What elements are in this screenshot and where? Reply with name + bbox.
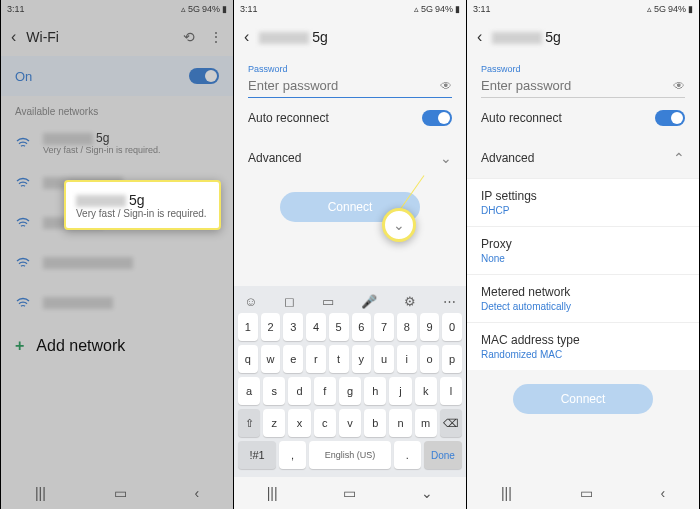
auto-reconnect-row[interactable]: Auto reconnect xyxy=(467,98,699,138)
key-e[interactable]: e xyxy=(283,345,303,373)
back-icon[interactable]: ‹ xyxy=(244,28,249,46)
visibility-toggle-icon[interactable]: 👁 xyxy=(440,79,452,93)
nav-bar: ||| ▭ ‹ xyxy=(1,477,233,509)
key-b[interactable]: b xyxy=(364,409,386,437)
battery-icon: ▮ xyxy=(222,4,227,14)
key-f[interactable]: f xyxy=(314,377,336,405)
metered-row[interactable]: Metered network Detect automatically xyxy=(467,274,699,322)
kb-row-4: ⇧ zxcvbnm⌫ xyxy=(238,409,462,437)
key-o[interactable]: o xyxy=(420,345,440,373)
nav-recent-icon[interactable]: ||| xyxy=(267,485,278,501)
key-v[interactable]: v xyxy=(339,409,361,437)
key-m[interactable]: m xyxy=(415,409,437,437)
key-p[interactable]: p xyxy=(442,345,462,373)
callout-highlight: 5g Very fast / Sign-in is required. xyxy=(64,180,221,230)
backspace-key[interactable]: ⌫ xyxy=(440,409,462,437)
period-key[interactable]: . xyxy=(394,441,421,469)
battery-pct: 94% xyxy=(202,4,220,14)
key-w[interactable]: w xyxy=(261,345,281,373)
key-l[interactable]: l xyxy=(440,377,462,405)
key-5[interactable]: 5 xyxy=(329,313,349,341)
wifi-icon xyxy=(15,215,31,231)
key-s[interactable]: s xyxy=(263,377,285,405)
gif-icon[interactable]: ▭ xyxy=(322,294,334,309)
nav-back-icon[interactable]: ‹ xyxy=(660,485,665,501)
key-x[interactable]: x xyxy=(288,409,310,437)
nav-home-icon[interactable]: ▭ xyxy=(580,485,593,501)
key-a[interactable]: a xyxy=(238,377,260,405)
nav-home-icon[interactable]: ▭ xyxy=(114,485,127,501)
auto-reconnect-row[interactable]: Auto reconnect xyxy=(234,98,466,138)
network-name-redacted xyxy=(43,297,113,309)
key-6[interactable]: 6 xyxy=(352,313,372,341)
password-label: Password xyxy=(481,64,685,74)
key-c[interactable]: c xyxy=(314,409,336,437)
network-row[interactable] xyxy=(1,243,233,283)
callout-sub: Very fast / Sign-in is required. xyxy=(76,208,209,219)
key-j[interactable]: j xyxy=(389,377,411,405)
back-icon[interactable]: ‹ xyxy=(477,28,482,46)
connect-button[interactable]: Connect xyxy=(513,384,653,414)
key-i[interactable]: i xyxy=(397,345,417,373)
ip-settings-row[interactable]: IP settings DHCP xyxy=(467,178,699,226)
key-r[interactable]: r xyxy=(306,345,326,373)
available-label: Available networks xyxy=(1,96,233,123)
key-3[interactable]: 3 xyxy=(283,313,303,341)
symbols-key[interactable]: !#1 xyxy=(238,441,276,469)
key-d[interactable]: d xyxy=(288,377,310,405)
header: ‹ 5g xyxy=(234,18,466,56)
password-input[interactable] xyxy=(481,78,673,93)
key-y[interactable]: y xyxy=(352,345,372,373)
network-row[interactable]: 5g Very fast / Sign-in is required. xyxy=(1,123,233,163)
key-8[interactable]: 8 xyxy=(397,313,417,341)
key-z[interactable]: z xyxy=(263,409,285,437)
auto-reconnect-toggle[interactable] xyxy=(655,110,685,126)
key-g[interactable]: g xyxy=(339,377,361,405)
visibility-toggle-icon[interactable]: 👁 xyxy=(673,79,685,93)
key-1[interactable]: 1 xyxy=(238,313,258,341)
key-h[interactable]: h xyxy=(364,377,386,405)
comma-key[interactable]: , xyxy=(279,441,306,469)
nav-home-icon[interactable]: ▭ xyxy=(343,485,356,501)
key-0[interactable]: 0 xyxy=(442,313,462,341)
network-row[interactable] xyxy=(1,283,233,323)
auto-reconnect-toggle[interactable] xyxy=(422,110,452,126)
password-input[interactable] xyxy=(248,78,440,93)
nav-bar: ||| ▭ ⌄ xyxy=(234,477,466,509)
mac-row[interactable]: MAC address type Randomized MAC xyxy=(467,322,699,370)
key-n[interactable]: n xyxy=(389,409,411,437)
done-key[interactable]: Done xyxy=(424,441,462,469)
key-u[interactable]: u xyxy=(374,345,394,373)
nav-recent-icon[interactable]: ||| xyxy=(501,485,512,501)
key-9[interactable]: 9 xyxy=(420,313,440,341)
gear-icon[interactable]: ⚙ xyxy=(404,294,416,309)
nav-collapse-icon[interactable]: ⌄ xyxy=(421,485,433,501)
shift-key[interactable]: ⇧ xyxy=(238,409,260,437)
wifi-master-toggle-row[interactable]: On xyxy=(1,56,233,96)
keyboard: ☺ ◻ ▭ 🎤 ⚙ ⋯ 1234567890 qwertyuiop asdfgh… xyxy=(234,286,466,477)
back-icon[interactable]: ‹ xyxy=(11,28,16,46)
key-q[interactable]: q xyxy=(238,345,258,373)
add-network-row[interactable]: + Add network xyxy=(1,323,233,369)
sticker-icon[interactable]: ◻ xyxy=(284,294,295,309)
mic-icon[interactable]: 🎤 xyxy=(361,294,377,309)
proxy-row[interactable]: Proxy None xyxy=(467,226,699,274)
more-icon[interactable]: ⋮ xyxy=(209,29,223,45)
key-7[interactable]: 7 xyxy=(374,313,394,341)
advanced-row[interactable]: Advanced ⌃ xyxy=(467,138,699,178)
nav-back-icon[interactable]: ‹ xyxy=(194,485,199,501)
advanced-row[interactable]: Advanced ⌄ xyxy=(234,138,466,178)
scan-icon[interactable]: ⟲ xyxy=(183,29,195,45)
emoji-icon[interactable]: ☺ xyxy=(244,294,257,309)
key-2[interactable]: 2 xyxy=(261,313,281,341)
wifi-toggle[interactable] xyxy=(189,68,219,84)
space-key[interactable]: English (US) xyxy=(309,441,391,469)
nav-recent-icon[interactable]: ||| xyxy=(35,485,46,501)
key-t[interactable]: t xyxy=(329,345,349,373)
key-k[interactable]: k xyxy=(415,377,437,405)
status-bar: 3:11 ▵5G94%▮ xyxy=(234,0,466,18)
screen-advanced: 3:11 ▵5G94%▮ ‹ 5g Password 👁 Auto reconn… xyxy=(466,0,699,509)
key-4[interactable]: 4 xyxy=(306,313,326,341)
more-icon[interactable]: ⋯ xyxy=(443,294,456,309)
plus-icon: + xyxy=(15,337,24,355)
